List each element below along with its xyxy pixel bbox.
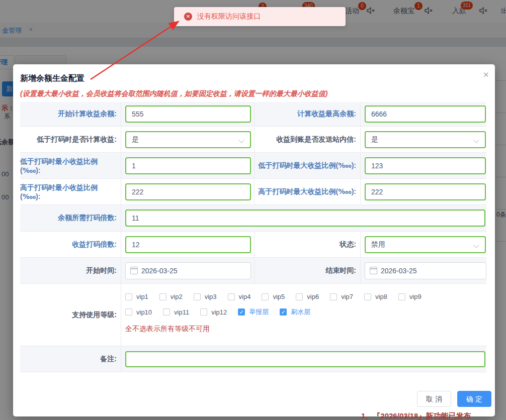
level-checkbox-vip3[interactable]: vip3	[194, 293, 217, 300]
chevron-down-icon	[238, 137, 244, 143]
checkbox-icon[interactable]	[200, 308, 207, 316]
level-checkbox-刷水层[interactable]: ✓刷水层	[280, 307, 310, 317]
level-checkbox-举报层[interactable]: ✓举报层	[238, 307, 269, 317]
level-checkbox-vip1[interactable]: vip1	[125, 293, 148, 300]
error-toast: ✕ 没有权限访问该接口	[174, 7, 346, 26]
max-balance-input[interactable]	[365, 106, 486, 123]
checkbox-icon[interactable]	[159, 293, 166, 300]
level-checkbox-vip4[interactable]: vip4	[228, 293, 251, 300]
announcement-text: 1、『2026/03/18』新功能已发布	[361, 411, 471, 420]
level-checkbox-vip7[interactable]: vip7	[330, 293, 353, 300]
level-checkbox-vip6[interactable]: vip6	[296, 293, 319, 300]
below-bet-calc-select[interactable]: 是	[125, 131, 251, 148]
checkbox-icon[interactable]	[398, 293, 405, 300]
field-label: 开始时间:	[20, 258, 121, 283]
level-checkbox-vip5[interactable]: vip5	[262, 293, 285, 300]
send-message-select[interactable]: 是	[365, 131, 486, 148]
field-label: 计算收益最高余额:	[255, 102, 361, 126]
status-select[interactable]: 禁用	[365, 236, 486, 253]
select-value: 是	[132, 135, 139, 144]
form-row: 开始计算收益余额: 计算收益最高余额:	[20, 102, 486, 127]
field-label: 低于打码时是否计算收益:	[20, 127, 121, 152]
checkbox-icon[interactable]	[194, 293, 201, 300]
modal-title: 新增余额生金配置	[20, 73, 85, 84]
select-value: 禁用	[371, 240, 385, 249]
field-label: 备注:	[20, 346, 121, 372]
calendar-icon	[130, 267, 138, 274]
above-max-rate-input[interactable]	[365, 183, 486, 200]
level-checkbox-vip12[interactable]: vip12	[200, 307, 227, 317]
field-label: 低于打码时最大收益比例(‱):	[255, 153, 361, 178]
chevron-down-icon	[473, 242, 479, 248]
levels-row-2: vip10vip11vip12✓举报层✓刷水层	[125, 307, 321, 317]
checkbox-label: vip7	[341, 293, 353, 300]
form-row: 收益打码倍数: 状态: 禁用	[20, 232, 486, 258]
checkbox-label: vip4	[239, 293, 251, 300]
field-label: 支持使用等级:	[20, 284, 121, 346]
error-toast-message: 没有权限访问该接口	[197, 12, 261, 21]
checkbox-icon[interactable]	[330, 293, 337, 300]
checkbox-icon[interactable]	[364, 293, 371, 300]
checkbox-label: vip5	[273, 293, 285, 300]
field-label: 低于打码时最小收益比例(‱):	[20, 153, 121, 178]
field-label: 开始计算收益余额:	[20, 102, 121, 126]
checkbox-icon[interactable]	[228, 293, 235, 300]
checkbox-icon[interactable]	[163, 308, 170, 316]
start-time-picker[interactable]: 2026-03-25	[125, 262, 251, 279]
select-value: 是	[371, 135, 378, 144]
cancel-button[interactable]: 取 消	[417, 391, 451, 407]
modal-subtitle: (设置最大最小收益，会员收益将会取范围内随机值，如要固定收益，请设置一样的最大最…	[20, 89, 327, 98]
confirm-button[interactable]: 确 定	[457, 391, 491, 407]
field-label: 高于打码时最小收益比例(‱):	[20, 179, 121, 204]
checkbox-checked-icon[interactable]: ✓	[238, 308, 245, 316]
checkbox-checked-icon[interactable]: ✓	[280, 308, 287, 316]
checkbox-icon[interactable]	[125, 293, 132, 300]
field-label: 余额所需打码倍数:	[20, 205, 121, 231]
form-row: 低于打码时最小收益比例(‱): 低于打码时最大收益比例(‱):	[20, 153, 486, 179]
level-checkbox-vip2[interactable]: vip2	[159, 293, 183, 300]
level-checkbox-vip8[interactable]: vip8	[364, 293, 387, 300]
checkbox-label: vip9	[409, 293, 421, 300]
field-label: 收益打码倍数:	[20, 232, 121, 257]
checkbox-label: 刷水层	[291, 307, 310, 317]
checkbox-label: vip3	[205, 293, 217, 300]
checkbox-label: 举报层	[249, 307, 269, 317]
levels-row-1: vip1vip2vip3vip4vip5vip6vip7vip8vip9	[125, 293, 433, 300]
below-min-rate-input[interactable]	[125, 157, 251, 174]
date-value: 2026-03-25	[381, 267, 417, 275]
levels-note: 全不选表示所有等级不可用	[125, 325, 210, 334]
level-checkbox-vip9[interactable]: vip9	[398, 293, 421, 300]
checkbox-icon[interactable]	[262, 293, 269, 300]
modal-form-table: 开始计算收益余额: 计算收益最高余额: 低于打码时是否计算收益: 是 收益到账是…	[20, 102, 486, 372]
end-time-picker[interactable]: 2026-03-25	[365, 262, 486, 279]
chevron-down-icon	[473, 137, 479, 143]
error-circle-icon: ✕	[184, 13, 192, 21]
field-label: 收益到账是否发送站内信:	[255, 127, 361, 152]
levels-group: vip1vip2vip3vip4vip5vip6vip7vip8vip9 vip…	[121, 284, 486, 346]
checkbox-label: vip12	[211, 308, 227, 316]
app-screen: 2 340 活动 0 余额宝 1 入款 311 出 金管理 × 管理 新增策 示…	[0, 0, 506, 420]
form-row: 备注:	[20, 346, 486, 372]
checkbox-label: vip6	[307, 293, 319, 300]
field-label: 高于打码时最大收益比例(‱):	[255, 179, 361, 204]
date-value: 2026-03-25	[141, 267, 178, 275]
calendar-icon	[370, 267, 377, 274]
modal-close-icon[interactable]: ✕	[483, 70, 489, 79]
field-label: 结束时间:	[255, 258, 361, 283]
below-max-rate-input[interactable]	[365, 157, 486, 174]
checkbox-icon[interactable]	[296, 293, 303, 300]
field-label: 状态:	[255, 232, 361, 257]
checkbox-label: vip8	[375, 293, 387, 300]
form-row: 余额所需打码倍数:	[20, 205, 486, 232]
level-checkbox-vip10[interactable]: vip10	[125, 307, 152, 317]
checkbox-label: vip10	[136, 308, 152, 316]
profit-bet-multiple-input[interactable]	[125, 236, 251, 253]
balance-bet-multiple-input[interactable]	[125, 209, 485, 227]
checkbox-icon[interactable]	[125, 308, 132, 316]
level-checkbox-vip11[interactable]: vip11	[163, 307, 189, 317]
remark-input[interactable]	[125, 351, 485, 367]
start-balance-input[interactable]	[125, 106, 251, 123]
checkbox-label: vip1	[136, 293, 148, 300]
form-row: 低于打码时是否计算收益: 是 收益到账是否发送站内信: 是	[20, 127, 486, 153]
above-min-rate-input[interactable]	[125, 183, 251, 200]
